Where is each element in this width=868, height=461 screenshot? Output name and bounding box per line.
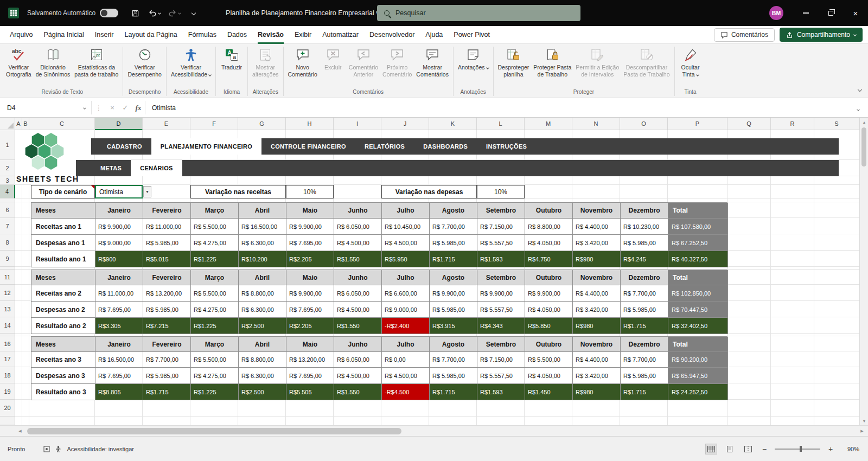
value-cell[interactable]: R$ 6.050,00 (334, 219, 382, 235)
accessibility-status[interactable]: Acessibilidade: investigar (67, 446, 134, 452)
zoom-level[interactable]: 90% (841, 446, 859, 452)
total-cell[interactable]: R$ 32.402,50 (668, 318, 728, 334)
value-cell[interactable]: R$ 7.695,00 (286, 368, 334, 384)
month-header-dezembro[interactable]: Dezembro (621, 337, 668, 352)
menu-tab-automatizar[interactable]: Automatizar (317, 26, 364, 44)
value-cell[interactable]: R$ 6.050,00 (334, 285, 382, 302)
value-cell[interactable]: R$1.550 (334, 318, 382, 334)
value-cell[interactable]: R$ 5.557,50 (477, 235, 525, 251)
value-cell[interactable]: R$ 5.500,00 (525, 352, 573, 368)
month-header-dezembro[interactable]: Dezembro (621, 270, 668, 285)
month-header-junho[interactable]: Junho (334, 270, 382, 285)
row-header-17[interactable]: 17 (0, 351, 15, 367)
month-header-abril[interactable]: Abril (239, 203, 286, 219)
vertical-scrollbar[interactable]: ▲ ▼ (859, 118, 868, 425)
row-header-11[interactable]: 11 (0, 270, 15, 285)
column-header-e[interactable]: E (143, 118, 190, 130)
zoom-slider-knob[interactable] (800, 446, 802, 452)
value-cell[interactable]: R$900 (95, 251, 143, 267)
close-button[interactable]: × (843, 0, 868, 26)
value-cell[interactable]: R$ 9.900,00 (95, 219, 143, 235)
value-cell[interactable]: R$ 4.275,00 (191, 368, 239, 384)
accessibility-status-icon[interactable] (55, 446, 61, 452)
scroll-up-icon[interactable]: ▲ (860, 118, 868, 126)
macro-record-icon[interactable] (43, 446, 50, 452)
value-cell[interactable]: R$4.245 (621, 251, 668, 267)
value-cell[interactable]: R$4.750 (525, 251, 573, 267)
value-cell[interactable]: R$ 10.230,00 (621, 219, 668, 235)
value-cell[interactable]: R$ 9.900,00 (525, 285, 573, 302)
value-cell[interactable]: R$ 7.695,00 (95, 302, 143, 318)
value-cell[interactable]: -R$4.500 (382, 384, 430, 400)
row-header-12[interactable]: 12 (0, 285, 15, 301)
comments-button[interactable]: Comentários (714, 28, 775, 42)
total-cell[interactable]: R$ 70.447,50 (668, 302, 728, 318)
total-header[interactable]: Total (668, 203, 728, 219)
value-cell[interactable]: R$ 4.500,00 (334, 235, 382, 251)
ribbon-button-proteger-pasta-de-trabalho[interactable]: Proteger Pasta de Trabalho (531, 45, 573, 78)
value-cell[interactable]: R$2.500 (239, 318, 286, 334)
month-header-setembro[interactable]: Setembro (477, 270, 525, 285)
row-header-hidden[interactable] (0, 417, 15, 425)
value-cell[interactable]: R$ 4.500,00 (382, 368, 430, 384)
value-cell[interactable]: R$5.505 (286, 384, 334, 400)
row-header-6[interactable]: 6 (0, 202, 15, 218)
month-header-abril[interactable]: Abril (239, 337, 286, 352)
value-cell[interactable]: R$ 4.400,00 (573, 352, 621, 368)
value-cell[interactable]: R$ 5.985,00 (621, 302, 668, 318)
column-header-f[interactable]: F (190, 118, 238, 130)
value-cell[interactable]: R$10.200 (239, 251, 286, 267)
row-label-receitas-ano-2[interactable]: Receitas ano 2 (31, 285, 95, 302)
value-cell[interactable]: R$ 4.050,00 (525, 368, 573, 384)
undo-icon[interactable] (146, 5, 162, 21)
value-cell[interactable]: R$ 3.420,00 (573, 235, 621, 251)
value-cell[interactable]: R$ 3.420,00 (573, 302, 621, 318)
menu-tab-arquivo[interactable]: Arquivo (4, 26, 38, 44)
value-cell[interactable]: R$ 9.000,00 (382, 302, 430, 318)
value-cell[interactable]: R$ 8.800,00 (239, 352, 286, 368)
value-cell[interactable]: R$4.343 (477, 318, 525, 334)
menu-tab-power-pivot[interactable]: Power Pivot (448, 26, 495, 44)
share-button[interactable]: Compartilhamento (780, 28, 863, 42)
value-cell[interactable]: R$1.715 (430, 251, 477, 267)
value-cell[interactable]: R$ 4.500,00 (334, 368, 382, 384)
zoom-slider[interactable] (775, 445, 820, 453)
column-header-l[interactable]: L (477, 118, 525, 130)
scroll-left-icon[interactable]: ◀ (15, 426, 25, 436)
value-cell[interactable]: R$ 13.200,00 (286, 352, 334, 368)
row-header-hidden[interactable] (0, 199, 15, 202)
value-cell[interactable]: R$ 6.300,00 (239, 235, 286, 251)
value-cell[interactable]: R$ 6.600,00 (382, 285, 430, 302)
row-label-despesas-ano-2[interactable]: Despesas ano 2 (31, 302, 95, 318)
user-avatar[interactable]: BM (769, 6, 783, 20)
value-cell[interactable]: R$ 7.700,00 (430, 352, 477, 368)
value-cell[interactable]: R$5.850 (525, 318, 573, 334)
total-cell[interactable]: R$ 24.252,50 (668, 384, 728, 400)
value-cell[interactable]: R$1.550 (334, 384, 382, 400)
value-cell[interactable]: R$3.915 (430, 318, 477, 334)
month-header-outubro[interactable]: Outubro (525, 203, 573, 219)
value-cell[interactable]: R$ 5.500,00 (191, 219, 239, 235)
value-cell[interactable]: R$ 5.985,00 (430, 235, 477, 251)
month-header-novembro[interactable]: Novembro (573, 337, 621, 352)
value-cell[interactable]: R$ 4.050,00 (525, 302, 573, 318)
value-cell[interactable]: R$ 4.400,00 (573, 219, 621, 235)
value-cell[interactable]: R$1.225 (191, 318, 239, 334)
row-header-14[interactable]: 14 (0, 317, 15, 334)
month-header-julho[interactable]: Julho (382, 337, 430, 352)
value-cell[interactable]: R$ 9.900,00 (430, 285, 477, 302)
row-label-receitas-ano-1[interactable]: Receitas ano 1 (31, 219, 95, 235)
name-box[interactable]: D4 (0, 98, 91, 117)
value-cell[interactable]: R$ 9.000,00 (95, 235, 143, 251)
value-cell[interactable]: R$ 0,00 (382, 352, 430, 368)
column-header-o[interactable]: O (620, 118, 668, 130)
value-cell[interactable]: R$5.015 (143, 251, 191, 267)
menu-tab-formulas[interactable]: Fórmulas (183, 26, 222, 44)
row-label-resultado-ano-3[interactable]: Resultado ano 3 (31, 384, 95, 400)
month-header-janeiro[interactable]: Janeiro (95, 203, 143, 219)
month-header-agosto[interactable]: Agosto (430, 270, 477, 285)
select-all-corner[interactable] (0, 118, 15, 130)
value-cell[interactable]: R$ 4.500,00 (334, 302, 382, 318)
value-cell[interactable]: R$ 4.275,00 (191, 235, 239, 251)
value-cell[interactable]: R$7.215 (143, 318, 191, 334)
